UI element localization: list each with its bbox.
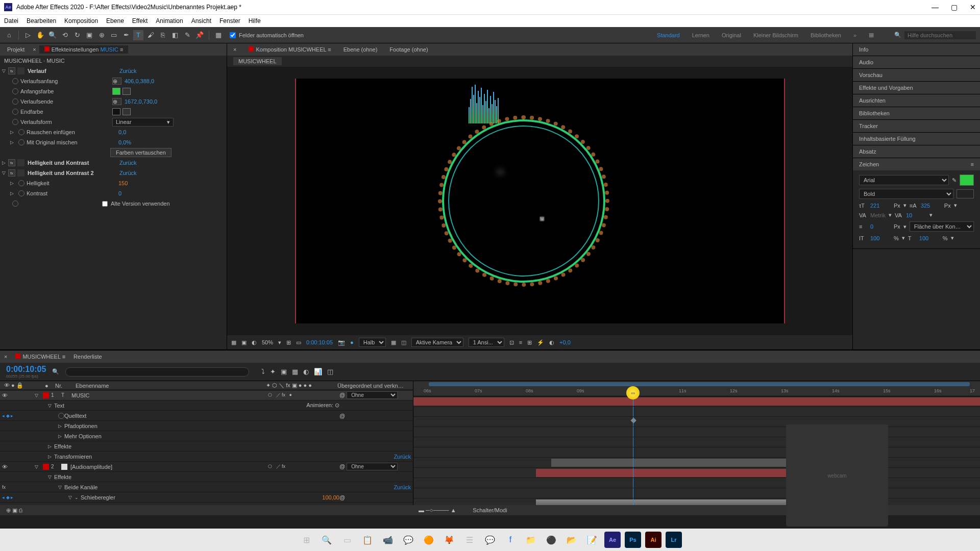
taskview-icon[interactable]: ▭ — [339, 532, 355, 548]
anchor-tool-icon[interactable]: ⊕ — [96, 30, 107, 40]
twisty-icon[interactable]: ▷ — [48, 454, 54, 459]
visibility-toggle[interactable]: 👁 — [2, 392, 10, 398]
parent-pickwhip-icon[interactable]: @ — [339, 463, 345, 469]
crosshair-icon[interactable]: ⊕ — [112, 78, 121, 85]
home-icon[interactable]: ⌂ — [4, 30, 14, 40]
parent-dropdown[interactable]: Ohne — [347, 463, 398, 470]
mask-icon[interactable]: ▣ — [241, 339, 247, 346]
transform-reset[interactable]: Zurück — [394, 454, 411, 460]
pen-tool-icon[interactable]: ✒ — [121, 30, 131, 40]
grid-icon[interactable]: ▦ — [231, 339, 236, 346]
ai-icon[interactable]: Ai — [645, 532, 662, 548]
parent-pickwhip-icon[interactable]: @ — [339, 392, 345, 398]
keyframe-nav[interactable]: ◂ ◆ ▸ — [2, 495, 28, 500]
app-icon[interactable]: 📁 — [523, 532, 539, 548]
legacy-checkbox[interactable] — [102, 201, 108, 207]
hand-tool-icon[interactable]: ✋ — [35, 30, 45, 40]
layer-name[interactable]: [Audioamplitude] — [70, 464, 268, 470]
obs-icon[interactable]: ⚫ — [543, 532, 559, 548]
twisty-icon[interactable]: ▽ — [2, 68, 8, 73]
stopwatch-icon[interactable] — [18, 190, 24, 196]
stopwatch-icon[interactable] — [18, 139, 24, 145]
reset-link[interactable]: Zurück — [119, 68, 137, 74]
pickwhip-icon[interactable]: @ — [339, 494, 411, 500]
leading-value[interactable]: 325 — [921, 203, 941, 209]
puppet-tool-icon[interactable]: 📌 — [194, 30, 205, 40]
eyedropper-icon[interactable] — [122, 108, 131, 115]
timeline-search-icon[interactable]: 🔍 — [52, 368, 59, 375]
whatsapp-icon[interactable]: 💬 — [400, 532, 416, 548]
app-icon[interactable]: ☰ — [461, 532, 478, 548]
menu-hilfe[interactable]: Hilfe — [249, 17, 261, 24]
help-search-input[interactable] — [904, 31, 976, 39]
guides-icon[interactable]: ⊡ — [509, 339, 514, 346]
snapshot-icon[interactable]: 📷 — [338, 339, 345, 346]
mischen-value[interactable]: 0,0% — [118, 139, 131, 145]
menu-fenster[interactable]: Fenster — [219, 17, 240, 24]
roi-icon[interactable]: ▭ — [296, 339, 301, 346]
color-swatch[interactable] — [112, 88, 120, 95]
auto-open-checkbox[interactable] — [230, 32, 236, 38]
stopwatch-icon[interactable] — [12, 98, 18, 105]
panel-zeichen[interactable]: Zeichen≡ — [853, 158, 980, 170]
stroke-color-swatch[interactable] — [957, 189, 974, 198]
pixel-icon[interactable]: ⊞ — [527, 339, 532, 346]
panel-info[interactable]: Info — [853, 43, 980, 56]
rauschen-value[interactable]: 0,0 — [118, 129, 126, 135]
layers-icon[interactable]: ≡ — [519, 339, 522, 345]
panel-absatz[interactable]: Absatz — [853, 145, 980, 158]
search-icon[interactable]: 🔍 — [318, 532, 335, 548]
menu-bearbeiten[interactable]: Bearbeiten — [27, 17, 56, 24]
twisty-icon[interactable]: ▷ — [10, 130, 16, 135]
twisty-icon[interactable]: ▷ — [10, 181, 16, 186]
verlaufsende-value[interactable]: 1672,0,730,0 — [125, 98, 157, 105]
menu-komposition[interactable]: Komposition — [64, 17, 98, 24]
menu-animation[interactable]: Animation — [156, 17, 183, 24]
effect-helligkeit2[interactable]: Helligkeit und Kontrast 2 — [28, 170, 119, 176]
effect-helligkeit1[interactable]: Helligkeit und Kontrast — [28, 160, 119, 166]
kontrast-value[interactable]: 0 — [118, 190, 121, 196]
menu-effekt[interactable]: Effekt — [132, 17, 148, 24]
prop-beide-kanaele[interactable]: Beide Kanäle — [64, 484, 394, 490]
vscale-value[interactable]: 100 — [870, 235, 891, 241]
crosshair-icon[interactable]: ⊕ — [112, 98, 121, 105]
layer-label[interactable] — [43, 392, 49, 398]
work-area-bar[interactable] — [429, 382, 970, 386]
helligkeit-value[interactable]: 150 — [118, 180, 128, 186]
camera-tool-icon[interactable]: ▣ — [84, 30, 94, 40]
prop-quelltext[interactable]: Quelltext — [64, 413, 268, 419]
res-icon[interactable]: ⊞ — [286, 339, 291, 346]
panel-tracker[interactable]: Tracker — [853, 120, 980, 132]
timeline-tab-renderlist[interactable]: Renderliste — [74, 354, 102, 360]
fill-color-swatch[interactable] — [960, 174, 974, 186]
switches-modes-toggle[interactable]: Schalter/Modi — [473, 507, 507, 513]
reset-link[interactable]: Zurück — [119, 160, 137, 166]
rotate-tool-icon[interactable]: ↻ — [72, 30, 82, 40]
panel-bibliotheken[interactable]: Bibliotheken — [853, 107, 980, 119]
visibility-toggle[interactable]: 👁 — [2, 464, 10, 470]
menu-ebene[interactable]: Ebene — [106, 17, 124, 24]
workspace-lernen[interactable]: Lernen — [692, 32, 709, 38]
stopwatch-icon[interactable] — [12, 109, 18, 115]
tl-fx-icon[interactable]: ✦ — [270, 368, 276, 375]
tl-comp-icon[interactable]: ▣ — [281, 368, 287, 375]
panel-vorschau[interactable]: Vorschau — [853, 69, 980, 81]
layer-label[interactable] — [43, 464, 49, 470]
transparency-icon[interactable]: ▦ — [391, 339, 396, 346]
parent-dropdown[interactable]: Ohne — [347, 391, 398, 399]
channel-icon[interactable]: ● — [350, 339, 354, 345]
timeline-tab-comp[interactable]: MUSICWHEEL ≡ — [15, 354, 65, 360]
roto-tool-icon[interactable]: ✎ — [182, 30, 192, 40]
eyedropper-icon[interactable] — [122, 88, 131, 95]
tl-footer-icons[interactable]: ⊕ ▣ ⎙ — [6, 507, 22, 514]
tl-frame-icon[interactable]: ▦ — [292, 368, 298, 375]
workspace-toggle-icon[interactable]: ▦ — [869, 32, 874, 38]
view-dropdown[interactable]: 1 Ansi... — [469, 338, 504, 347]
tl-shy-icon[interactable]: ⤵ — [261, 368, 265, 375]
eyedropper-icon[interactable]: ✎ — [952, 177, 957, 184]
twisty-icon[interactable]: ▽ — [48, 403, 54, 408]
swap-colors-button[interactable]: Farben vertauschen — [110, 148, 172, 157]
app-icon[interactable]: 📹 — [380, 532, 396, 548]
panel-content-fill[interactable]: Inhaltsbasierte Füllung — [853, 133, 980, 145]
twisty-icon[interactable]: ▽ — [48, 474, 54, 480]
